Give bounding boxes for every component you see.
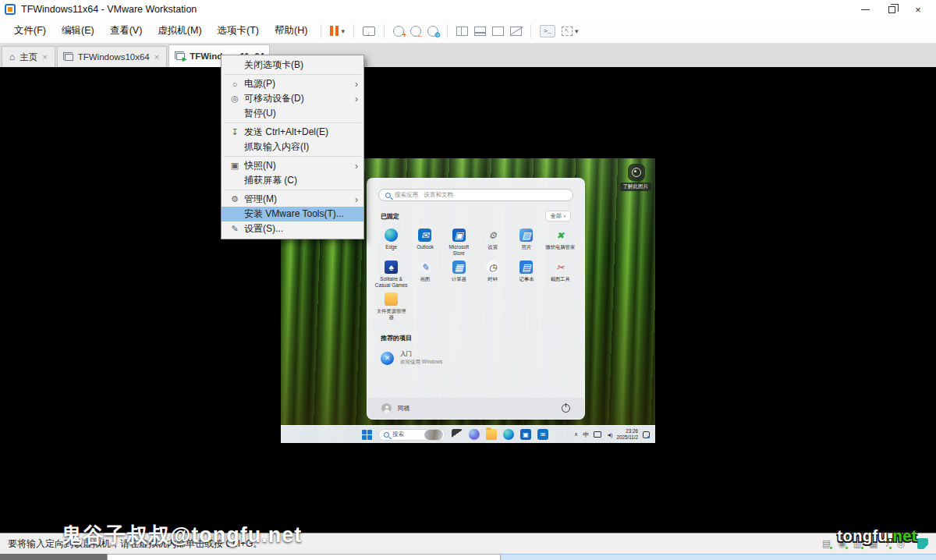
ime-indicator[interactable]: 中 <box>583 431 589 439</box>
close-button[interactable]: × <box>905 1 931 18</box>
pinned-app[interactable]: ♠ Solitaire & Casual Games <box>374 257 408 289</box>
show-library-button[interactable] <box>453 22 471 41</box>
manage-snapshots-icon: ⚙ <box>427 26 438 37</box>
learn-about-picture-button[interactable] <box>628 164 645 181</box>
menu-item-grab-input[interactable]: 抓取输入内容(I) <box>222 140 363 154</box>
watermark-text: 鬼谷子叔叔@tongfu.net <box>61 521 302 549</box>
send-ctrl-alt-del-button[interactable] <box>360 22 378 41</box>
app-label: 截图工具 <box>551 276 570 282</box>
menu-item-removable-devices[interactable]: ◎ 可移动设备(D) › <box>222 91 363 106</box>
menu-item-snapshot[interactable]: ▣ 快照(N) › <box>222 158 363 173</box>
submenu-arrow-icon: › <box>355 79 358 90</box>
copilot-button[interactable] <box>469 429 480 440</box>
pinned-app[interactable]: ▦ 计算器 <box>442 257 476 289</box>
title-bar: TFWindows11x64 - VMware Workstation × <box>0 0 936 19</box>
pinned-heading: 已固定 <box>381 212 399 221</box>
app-label: Microsoft Store <box>442 244 475 256</box>
volume-icon[interactable]: ◄) <box>606 432 612 438</box>
user-avatar[interactable] <box>381 403 392 413</box>
menu-item-close-tab[interactable]: 关闭选项卡(B) <box>222 58 363 73</box>
menu-item-send-ctrl-alt-del[interactable]: ↧ 发送 Ctrl+Alt+Del(E) <box>222 125 363 140</box>
library-panel-icon <box>456 27 468 36</box>
take-snapshot-button[interactable]: + <box>390 22 407 41</box>
power-button[interactable] <box>562 404 570 413</box>
full-screen-icon <box>492 27 504 36</box>
microsoft-store-button[interactable]: ▣ <box>520 429 531 440</box>
stretch-guest-button[interactable]: ↖ ▾ <box>558 22 582 41</box>
menu-item-manage[interactable]: ⚙ 管理(M) › <box>222 192 363 207</box>
outlook-button[interactable]: ✉ <box>537 429 548 440</box>
tab-tfwindows10x64[interactable]: TFWindows10x64 × <box>57 46 167 67</box>
start-menu-footer: 同福 <box>367 398 584 419</box>
pinned-app[interactable]: ▤ 记事本 <box>509 257 543 289</box>
pinned-app[interactable]: 文件资源管理器 <box>374 289 408 321</box>
app-label: 照片 <box>522 244 532 250</box>
menubar-item[interactable]: 选项卡(T) <box>210 21 267 40</box>
hard-disk-icon[interactable]: ▤ <box>822 539 831 548</box>
restore-icon <box>888 6 895 13</box>
console-view-button[interactable]: >_ <box>537 22 558 41</box>
network-icon[interactable] <box>594 431 601 438</box>
manage-snapshots-button[interactable]: ⚙ <box>424 22 441 41</box>
app-glyph: ◷ <box>488 263 496 272</box>
full-screen-button[interactable] <box>489 22 507 41</box>
clock[interactable]: 23:26 2025/11/2 <box>616 428 638 441</box>
notification-icon[interactable] <box>643 431 650 438</box>
minimize-button[interactable] <box>852 1 878 18</box>
close-tab-icon[interactable]: × <box>42 52 47 62</box>
pinned-app[interactable]: ✉ Outlook <box>408 225 441 257</box>
menu-item-capture-screen[interactable]: 捕获屏幕 (C) <box>222 173 363 188</box>
system-tray: ∧ 中 ◄) 23:26 2025/11/2 <box>574 428 650 441</box>
edge-button[interactable] <box>503 429 514 440</box>
app-glyph: ▨ <box>522 231 530 240</box>
close-tab-icon[interactable]: × <box>154 52 159 62</box>
menu-item-pause[interactable]: 暂停(U) <box>222 106 363 121</box>
pinned-app[interactable]: ✖ 微软电脑管家 <box>544 225 577 257</box>
app-icon: ▣ <box>452 229 466 242</box>
task-view-button[interactable] <box>452 429 463 440</box>
unity-mode-button[interactable] <box>507 22 525 41</box>
user-name[interactable]: 同福 <box>398 405 410 413</box>
pinned-app[interactable]: ⚙ 设置 <box>476 225 509 257</box>
app-icon: ◷ <box>486 261 499 274</box>
pause-button[interactable]: ▾ <box>327 22 348 41</box>
menubar-item[interactable]: 文件(F) <box>6 21 54 40</box>
start-button[interactable] <box>362 430 372 440</box>
menu-item-install-vmware-tools[interactable]: 安装 VMware Tools(T)... <box>222 207 363 222</box>
pinned-app[interactable]: ✎ 画图 <box>408 257 441 289</box>
menu-separator <box>224 122 361 123</box>
menu-item-power[interactable]: ○ 电源(P) › <box>222 76 363 91</box>
vm-console-area[interactable]: Microsoft Edge 了解此图片 搜索应用、设置和文档 已固定 全部 › <box>0 67 936 533</box>
message-log-icon[interactable] <box>917 538 928 549</box>
show-thumbnail-bar-button[interactable] <box>471 22 489 41</box>
ctrl-alt-del-icon: ↧ <box>225 127 244 137</box>
menubar-item[interactable]: 编辑(E) <box>54 21 102 40</box>
app-label: 设置 <box>488 244 498 250</box>
tab-home[interactable]: ⌂ 主页 × <box>2 46 55 67</box>
pinned-app[interactable]: ▨ 照片 <box>509 225 543 257</box>
vmware-workstation-window: TFWindows11x64 - VMware Workstation × 文件… <box>0 0 936 560</box>
all-apps-button[interactable]: 全部 › <box>545 211 571 222</box>
tray-time: 23:26 <box>616 428 638 435</box>
taskbar-search-box[interactable]: 搜索 <box>378 429 445 441</box>
file-explorer-button[interactable] <box>486 429 497 440</box>
tab-bar: ⌂ 主页 × TFWindows10x64 × TFWindows11x64 <box>0 44 936 67</box>
menubar-item[interactable]: 虚拟机(M) <box>150 21 209 40</box>
tray-chevron-icon[interactable]: ∧ <box>574 431 578 438</box>
app-glyph: ✂ <box>556 263 564 272</box>
start-search-input[interactable]: 搜索应用、设置和文档 <box>378 189 573 201</box>
host-strip-left <box>0 554 107 560</box>
toolbar-separator <box>321 24 321 38</box>
pinned-app[interactable]: ▣ Microsoft Store <box>442 225 476 257</box>
tab-label: 主页 <box>20 51 37 63</box>
menu-bar: 文件(F)编辑(E)查看(V)虚拟机(M)选项卡(T)帮助(H) ▾ + ← ⚙… <box>0 19 936 44</box>
restore-button[interactable] <box>878 1 905 18</box>
pinned-app[interactable]: ◷ 时钟 <box>476 257 509 289</box>
recommended-item-get-started[interactable]: ✕ 入门 欢迎使用 Windows <box>381 350 571 366</box>
pinned-app[interactable]: ✂ 截图工具 <box>544 257 577 289</box>
menubar-item[interactable]: 帮助(H) <box>267 21 315 40</box>
menu-item-settings[interactable]: ✎ 设置(S)... <box>222 222 363 236</box>
menubar-item[interactable]: 查看(V) <box>102 21 151 40</box>
pinned-app[interactable]: Edge <box>374 225 408 257</box>
revert-snapshot-button[interactable]: ← <box>407 22 424 41</box>
